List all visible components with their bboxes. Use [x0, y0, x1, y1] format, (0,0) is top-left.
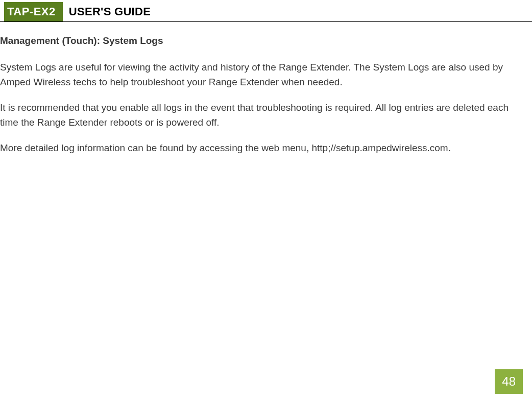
product-badge: TAP-EX2 — [4, 2, 63, 21]
document-title: USER'S GUIDE — [63, 2, 157, 21]
body-paragraph-3: More detailed log information can be fou… — [0, 140, 528, 155]
product-name: TAP-EX2 — [7, 5, 56, 18]
page-content: Management (Touch): System Logs System L… — [0, 22, 532, 155]
section-heading: Management (Touch): System Logs — [0, 35, 528, 46]
body-paragraph-1: System Logs are useful for viewing the a… — [0, 60, 528, 90]
page-number: 48 — [495, 369, 523, 394]
body-paragraph-2: It is recommended that you enable all lo… — [0, 100, 528, 130]
document-header: TAP-EX2 USER'S GUIDE — [0, 2, 532, 22]
